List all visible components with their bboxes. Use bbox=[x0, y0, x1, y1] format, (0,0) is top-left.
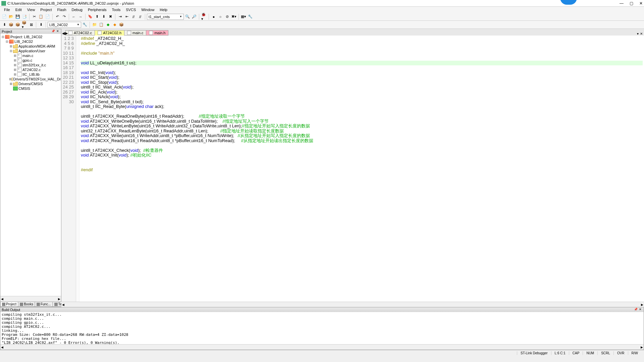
select-packs-button[interactable]: ◆ bbox=[112, 22, 118, 28]
code-content[interactable]: #ifndef _AT24C02_H_ #define _AT24C02_H_ … bbox=[79, 36, 644, 302]
open-button[interactable]: 📂 bbox=[8, 14, 14, 20]
paste-button[interactable]: 📄 bbox=[45, 14, 51, 20]
tree-group-4[interactable]: CMSIS bbox=[1, 86, 60, 91]
bookmark-clear-button[interactable]: ✖ bbox=[107, 14, 113, 20]
save-button[interactable]: 💾 bbox=[15, 14, 21, 20]
project-panel: Project 📌 ✕ ⊟Project: LIB_24C02⊟LIB_24C0… bbox=[0, 29, 61, 307]
manage-project-button[interactable]: 📁 bbox=[92, 22, 98, 28]
tree-project-root[interactable]: ⊟Project: LIB_24C02 bbox=[1, 35, 60, 39]
editor-tab-AT24C02-h[interactable]: AT24C02.h bbox=[95, 30, 124, 36]
tab-close-button[interactable]: ✕ bbox=[640, 32, 643, 36]
tab-menu-button[interactable]: ▾ bbox=[637, 32, 639, 36]
editor-hscroll[interactable]: ◀▶ bbox=[61, 302, 644, 307]
nav-forward-button[interactable]: → bbox=[77, 14, 84, 20]
editor-tab-main-c[interactable]: main.c bbox=[124, 30, 146, 36]
tree-group-3[interactable]: ⊞Drivers/CMSIS bbox=[1, 81, 60, 86]
project-hscroll[interactable]: ◀▶ bbox=[0, 296, 61, 301]
bookmark-prev-button[interactable]: ⬆ bbox=[94, 14, 100, 20]
tree-group-1[interactable]: ⊟Application/User bbox=[1, 49, 60, 53]
menu-window[interactable]: Window bbox=[139, 8, 157, 12]
proj-tab-project[interactable]: Project bbox=[0, 302, 18, 307]
minimize-button[interactable]: — bbox=[620, 1, 624, 6]
menu-svcs[interactable]: SVCS bbox=[123, 8, 139, 12]
new-button[interactable]: 📄 bbox=[1, 14, 7, 20]
status-debugger: ST-Link Debugger bbox=[517, 351, 551, 355]
menu-file[interactable]: File bbox=[1, 8, 13, 12]
build-panel-close-button[interactable]: ✕ bbox=[638, 308, 642, 312]
nav-back-button[interactable]: ← bbox=[71, 14, 77, 20]
menu-tools[interactable]: Tools bbox=[109, 8, 123, 12]
cut-button[interactable]: ✂ bbox=[31, 14, 37, 20]
target-combo[interactable]: LIB_24C02 ▼ bbox=[48, 22, 81, 28]
breakpoint-insert-button[interactable]: ● bbox=[211, 14, 217, 20]
status-ovr: OVR bbox=[613, 351, 628, 355]
proj-tab-func[interactable]: Func... bbox=[35, 302, 53, 307]
tree-file-IIC_LIB-lib[interactable]: ⊞IIC_LIB.lib bbox=[1, 72, 60, 77]
build-hscroll[interactable]: ◀▶ bbox=[0, 344, 644, 350]
tree-file-stm32f1xx_it-c[interactable]: ⊞stm32f1xx_it.c bbox=[1, 63, 60, 67]
build-output-text[interactable]: compiling stm32f1xx_it.c... compiling ma… bbox=[0, 312, 644, 344]
find-in-files-button[interactable]: 🔎 bbox=[191, 14, 197, 20]
save-all-button[interactable]: 📑 bbox=[21, 14, 28, 20]
project-tab-strip: ProjectBooksFunc...Temp... bbox=[0, 301, 61, 307]
undo-button[interactable]: ↶ bbox=[54, 14, 60, 20]
menu-view[interactable]: View bbox=[24, 8, 38, 12]
fold-column[interactable] bbox=[76, 36, 79, 302]
find-button[interactable]: 🔍 bbox=[184, 14, 191, 20]
rebuild-button[interactable]: 📦 bbox=[15, 22, 21, 28]
panel-pin-button[interactable]: 📌 bbox=[51, 29, 55, 34]
breakpoint-kill-button[interactable]: ✖▾ bbox=[231, 14, 237, 20]
menu-edit[interactable]: Edit bbox=[13, 8, 24, 12]
status-caps: CAP bbox=[569, 351, 583, 355]
tree-file-gpio-c[interactable]: ⊞gpio.c bbox=[1, 58, 60, 63]
close-button[interactable]: ✕ bbox=[639, 1, 643, 6]
editor-area: ◀▶ AT24C02.cAT24C02.hmain.cmain.h ▾✕ 1 2… bbox=[61, 29, 644, 307]
tree-group-2[interactable]: ⊞Drivers/STM32F1xx_HAL_Driv bbox=[1, 77, 60, 81]
line-gutter: 1 2 3 4 5 6 7 8 9 10 11 12 13 14 15 16 1… bbox=[61, 36, 76, 302]
menu-flash[interactable]: Flash bbox=[55, 8, 69, 12]
pack-installer-button[interactable]: 📦 bbox=[118, 22, 124, 28]
uncomment-button[interactable]: // bbox=[137, 14, 143, 20]
batch-build-button[interactable]: 📦▾ bbox=[21, 22, 28, 28]
tree-group-0[interactable]: ⊞Application/MDK-ARM bbox=[1, 44, 60, 49]
proj-tab-books[interactable]: Books bbox=[18, 302, 35, 307]
debug-button[interactable]: 🐞▾ bbox=[201, 14, 207, 20]
window-layout-button[interactable]: ▦▾ bbox=[240, 14, 247, 20]
code-editor[interactable]: 1 2 3 4 5 6 7 8 9 10 11 12 13 14 15 16 1… bbox=[61, 36, 644, 302]
bookmark-next-button[interactable]: ⬇ bbox=[101, 14, 107, 20]
redo-button[interactable]: ↷ bbox=[61, 14, 67, 20]
bookmark-toggle-button[interactable]: 🔖 bbox=[87, 14, 93, 20]
menu-debug[interactable]: Debug bbox=[69, 8, 85, 12]
stop-build-button[interactable]: ⊠ bbox=[28, 22, 34, 28]
breakpoint-enable-button[interactable]: ○ bbox=[217, 14, 223, 20]
breakpoint-disable-button[interactable]: ⊘ bbox=[224, 14, 230, 20]
tab-next-button[interactable]: ▶ bbox=[65, 31, 68, 36]
window-title: C:\Users\lenovo\Desktop\LIB_24C02\MDK-AR… bbox=[7, 1, 620, 5]
translate-button[interactable]: ⬇ bbox=[1, 22, 7, 28]
title-bar: C:\Users\lenovo\Desktop\LIB_24C02\MDK-AR… bbox=[0, 0, 644, 7]
configure-button[interactable]: 🔧 bbox=[247, 14, 253, 20]
tree-target[interactable]: ⊟LIB_24C02 bbox=[1, 39, 60, 44]
find-combo[interactable]: t1_start_cnts ▼ bbox=[147, 14, 184, 20]
indent-button[interactable]: ⇥ bbox=[117, 14, 123, 20]
tab-prev-button[interactable]: ◀ bbox=[62, 31, 65, 36]
menu-project[interactable]: Project bbox=[38, 8, 54, 12]
editor-tab-AT24C02-c[interactable]: AT24C02.c bbox=[65, 30, 95, 36]
project-tree[interactable]: ⊟Project: LIB_24C02⊟LIB_24C02⊞Applicatio… bbox=[0, 34, 61, 296]
menu-peripherals[interactable]: Peripherals bbox=[85, 8, 109, 12]
tree-file-main-c[interactable]: ⊞main.c bbox=[1, 53, 60, 58]
manage-rte-button[interactable]: ◆ bbox=[105, 22, 111, 28]
download-button[interactable]: ⬇ bbox=[38, 22, 44, 28]
comment-button[interactable]: // bbox=[130, 14, 137, 20]
copy-button[interactable]: 📋 bbox=[38, 14, 44, 20]
tree-file-AT24C02-c[interactable]: ⊞AT24C02.c bbox=[1, 67, 60, 72]
target-options-button[interactable]: 🔧 bbox=[82, 22, 88, 28]
build-panel-pin-button[interactable]: 📌 bbox=[634, 308, 638, 312]
maximize-button[interactable]: ▢ bbox=[630, 1, 633, 6]
editor-tab-main-h[interactable]: main.h bbox=[146, 30, 168, 36]
panel-close-button[interactable]: ✕ bbox=[56, 29, 60, 34]
manage-components-button[interactable]: 📋 bbox=[98, 22, 104, 28]
build-button[interactable]: 📦 bbox=[8, 22, 14, 28]
menu-help[interactable]: Help bbox=[157, 8, 170, 12]
unindent-button[interactable]: ⇤ bbox=[124, 14, 130, 20]
